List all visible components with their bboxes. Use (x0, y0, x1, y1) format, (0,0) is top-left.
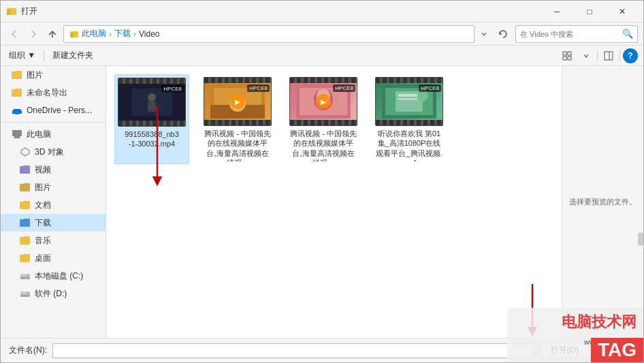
file-name-4: 听说你喜欢我 第01集_高清1080P在线观看平台_腾讯视频.mp4 (374, 129, 444, 161)
forward-button[interactable] (25, 26, 42, 42)
open-button[interactable]: 打开(O) (539, 343, 590, 359)
minimize-button[interactable]: ─ (541, 1, 573, 22)
toolbar-right-controls: ? (559, 48, 638, 64)
new-folder-button[interactable]: 新建文件夹 (50, 48, 96, 63)
svg-rect-9 (605, 52, 613, 60)
drive-c-icon (20, 270, 31, 281)
sidebar-item-software-d[interactable]: 软件 (D:) (1, 285, 106, 302)
help-button[interactable]: ? (623, 48, 638, 63)
breadcrumb-part1[interactable]: 此电脑 (82, 28, 106, 40)
bottom-bar: 文件名(N): 打开(O) 取消 (1, 338, 643, 362)
svg-rect-1 (7, 10, 11, 15)
sidebar-label-local-disk-c: 本地磁盘 (C:) (35, 270, 83, 282)
sidebar-label-downloads: 下载 (35, 217, 51, 229)
video-thumbnail-2: ▶ HPCE8 (204, 77, 272, 126)
window-icon (6, 6, 17, 17)
download-folder-icon (20, 217, 31, 228)
sidebar-item-this-pc[interactable]: 此电脑 (1, 125, 106, 143)
svg-rect-40 (398, 94, 420, 97)
breadcrumb-sep2: › (133, 29, 136, 39)
film-strip-top-4 (376, 78, 442, 83)
svg-rect-41 (398, 98, 417, 100)
back-button[interactable] (6, 26, 22, 42)
thumb-badge-1: HPCE8 (161, 85, 184, 93)
video-thumbnail-3: ▶ HPCE8 (289, 77, 357, 126)
filename-input[interactable] (52, 343, 534, 358)
file-item-3[interactable]: ▶ HPCE8 腾讯视频 - 中国领先的在线视频媒体平台,海量高清视频在线观..… (286, 74, 361, 164)
navigation-toolbar: 此电脑 › 下载 › Video 🔍 (1, 22, 643, 46)
breadcrumb-part2[interactable]: 下载 (114, 28, 131, 40)
video-folder-icon (20, 164, 31, 175)
music-folder-icon (20, 235, 31, 246)
svg-rect-7 (563, 57, 566, 60)
view-toggle-button[interactable] (559, 48, 575, 64)
file-name-3: 腾讯视频 - 中国领先的在线视频媒体平台,海量高清视频在线观... (289, 129, 358, 161)
sidebar-label-pictures2: 图片 (35, 182, 51, 193)
sidebar-label-desktop: 桌面 (35, 253, 51, 264)
cancel-button[interactable]: 取消 (596, 343, 635, 359)
svg-rect-15 (12, 130, 22, 136)
sidebar-label-3d: 3D 对象 (35, 146, 64, 158)
sidebar-item-3d-objects[interactable]: 3D 对象 (1, 143, 106, 161)
sidebar-item-documents[interactable]: 文档 (1, 196, 106, 214)
play-button-3: ▶ (316, 94, 331, 109)
pc-icon (12, 129, 22, 140)
svg-rect-17 (14, 138, 20, 138)
file-name-2: 腾讯视频 - 中国领先的在线视频媒体平台,海量高清视频在线观... (203, 129, 272, 161)
sidebar-label-software-d: 软件 (D:) (35, 288, 67, 300)
view-dropdown-button[interactable] (578, 48, 594, 64)
sidebar-item-desktop[interactable]: 桌面 (1, 249, 106, 267)
desktop-folder-icon (20, 253, 31, 264)
sidebar-item-onedrive[interactable]: OneDrive - Pers... (1, 101, 106, 119)
file-item-4[interactable]: HPCE8 听说你喜欢我 第01集_高清1080P在线观看平台_腾讯视频.mp4 (372, 74, 447, 164)
secondary-toolbar: 组织 ▼ 新建文件夹 ? (1, 46, 643, 66)
cloud-icon (12, 105, 22, 116)
video-thumbnail-4: HPCE8 (375, 77, 443, 126)
file-item-2[interactable]: ▶ HPCE8 腾讯视频 - 中国领先的在线视频媒体平台,海量高清视频在线观..… (200, 74, 275, 164)
thumb-badge-4: HPCE8 (419, 84, 441, 92)
toolbar-separator-2 (597, 50, 598, 61)
sidebar-item-downloads[interactable]: 下载 (1, 214, 106, 232)
sidebar-label-videos: 视频 (35, 164, 51, 176)
file-name-1: 991558388_nb3-1-30032.mp4 (125, 129, 179, 149)
maximize-button[interactable]: □ (574, 1, 605, 22)
sidebar: 图片 未命名导出 OneDrive - Pers... 此电脑 (1, 66, 106, 338)
svg-rect-4 (70, 33, 74, 37)
sidebar-label-music: 音乐 (35, 235, 51, 247)
search-bar: 🔍 (515, 25, 638, 43)
document-folder-icon (20, 200, 31, 210)
svg-marker-18 (21, 148, 29, 156)
svg-point-27 (148, 93, 156, 101)
drive-d-icon (20, 288, 31, 299)
up-button[interactable] (44, 26, 61, 42)
svg-rect-28 (148, 101, 156, 112)
film-strip-bottom-4 (376, 120, 442, 125)
toolbar-separator (44, 50, 44, 61)
sidebar-item-music[interactable]: 音乐 (1, 232, 106, 249)
sidebar-item-pictures[interactable]: 图片 (1, 66, 106, 84)
breadcrumb-dropdown-button[interactable] (477, 25, 491, 43)
svg-rect-8 (568, 57, 571, 60)
sidebar-label-unnamed-export: 未命名导出 (27, 87, 67, 99)
file-item-1[interactable]: HPCE8 991558388_nb3-1-30032.mp4 (114, 74, 189, 164)
breadcrumb-bar: 此电脑 › 下载 › Video (63, 25, 474, 43)
search-input[interactable] (520, 30, 619, 38)
close-button[interactable]: ✕ (607, 1, 638, 22)
sidebar-item-local-disk-c[interactable]: 本地磁盘 (C:) (1, 267, 106, 285)
sidebar-label-onedrive: OneDrive - Pers... (27, 106, 92, 115)
sidebar-item-pictures2[interactable]: 图片 (1, 178, 106, 196)
play-button-2: ▶ (230, 94, 245, 109)
refresh-button[interactable] (494, 25, 513, 44)
window-title: 打开 (21, 5, 541, 17)
folder-yellow-icon-2 (12, 87, 22, 98)
svg-point-24 (27, 292, 29, 294)
film-strip-bottom-1 (118, 121, 185, 126)
search-icon: 🔍 (622, 29, 633, 39)
sidebar-item-unnamed-export[interactable]: 未命名导出 (1, 84, 106, 101)
details-pane-button[interactable] (600, 48, 617, 64)
sidebar-item-videos[interactable]: 视频 (1, 161, 106, 178)
picture-folder-icon (20, 182, 31, 193)
organize-button[interactable]: 组织 ▼ (6, 48, 38, 63)
window-controls: ─ □ ✕ (541, 1, 638, 22)
sidebar-label-documents: 文档 (35, 200, 51, 211)
